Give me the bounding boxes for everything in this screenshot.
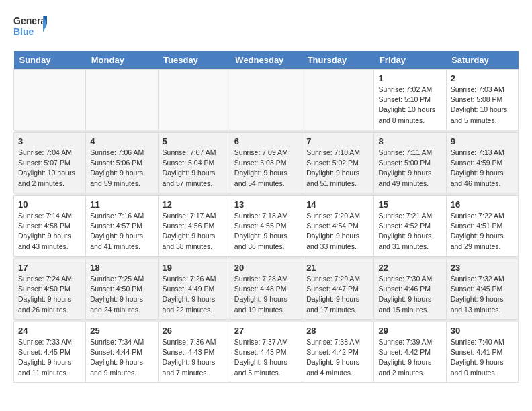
- calendar-cell: 19Sunrise: 7:26 AMSunset: 4:49 PMDayligh…: [158, 259, 230, 320]
- calendar-cell: 4Sunrise: 7:06 AMSunset: 5:06 PMDaylight…: [86, 133, 158, 193]
- calendar-cell: 2Sunrise: 7:03 AMSunset: 5:08 PMDaylight…: [446, 70, 518, 130]
- calendar-cell: 14Sunrise: 7:20 AMSunset: 4:54 PMDayligh…: [302, 196, 374, 257]
- day-number: 8: [378, 136, 441, 146]
- day-info: Sunrise: 7:30 AMSunset: 4:46 PMDaylight:…: [378, 274, 441, 315]
- logo: GeneralBlue: [13, 13, 47, 40]
- calendar-cell: [302, 70, 374, 130]
- calendar-cell: 10Sunrise: 7:14 AMSunset: 4:58 PMDayligh…: [14, 196, 86, 257]
- day-info: Sunrise: 7:26 AMSunset: 4:49 PMDaylight:…: [163, 274, 226, 315]
- day-info: Sunrise: 7:28 AMSunset: 4:48 PMDaylight:…: [234, 274, 298, 315]
- day-info: Sunrise: 7:02 AMSunset: 5:10 PMDaylight:…: [378, 85, 441, 126]
- calendar-cell: 17Sunrise: 7:24 AMSunset: 4:50 PMDayligh…: [14, 259, 86, 320]
- day-info: Sunrise: 7:39 AMSunset: 4:42 PMDaylight:…: [378, 337, 441, 378]
- calendar-cell: 12Sunrise: 7:17 AMSunset: 4:56 PMDayligh…: [158, 196, 230, 257]
- day-info: Sunrise: 7:25 AMSunset: 4:50 PMDaylight:…: [90, 274, 153, 315]
- calendar-cell: 3Sunrise: 7:04 AMSunset: 5:07 PMDaylight…: [14, 133, 86, 193]
- day-info: Sunrise: 7:34 AMSunset: 4:44 PMDaylight:…: [90, 337, 153, 378]
- calendar-cell: 22Sunrise: 7:30 AMSunset: 4:46 PMDayligh…: [374, 259, 446, 320]
- day-info: Sunrise: 7:03 AMSunset: 5:08 PMDaylight:…: [451, 85, 514, 126]
- day-info: Sunrise: 7:33 AMSunset: 4:45 PMDaylight:…: [18, 337, 81, 378]
- calendar-cell: 27Sunrise: 7:37 AMSunset: 4:43 PMDayligh…: [230, 322, 302, 383]
- day-info: Sunrise: 7:24 AMSunset: 4:50 PMDaylight:…: [18, 274, 81, 315]
- day-info: Sunrise: 7:21 AMSunset: 4:52 PMDaylight:…: [378, 211, 441, 252]
- weekday-header: Wednesday: [230, 51, 302, 70]
- calendar-cell: 21Sunrise: 7:29 AMSunset: 4:47 PMDayligh…: [302, 259, 374, 320]
- calendar-week-row: 3Sunrise: 7:04 AMSunset: 5:07 PMDaylight…: [14, 133, 519, 193]
- calendar-cell: 13Sunrise: 7:18 AMSunset: 4:55 PMDayligh…: [230, 196, 302, 257]
- day-info: Sunrise: 7:14 AMSunset: 4:58 PMDaylight:…: [18, 211, 81, 252]
- calendar-cell: [14, 70, 86, 130]
- day-number: 1: [378, 73, 441, 83]
- day-info: Sunrise: 7:22 AMSunset: 4:51 PMDaylight:…: [451, 211, 514, 252]
- calendar-cell: 24Sunrise: 7:33 AMSunset: 4:45 PMDayligh…: [14, 322, 86, 383]
- weekday-header: Sunday: [14, 51, 86, 70]
- day-info: Sunrise: 7:29 AMSunset: 4:47 PMDaylight:…: [306, 274, 369, 315]
- day-info: Sunrise: 7:09 AMSunset: 5:03 PMDaylight:…: [234, 148, 298, 189]
- calendar-cell: 15Sunrise: 7:21 AMSunset: 4:52 PMDayligh…: [374, 196, 446, 257]
- day-number: 19: [163, 263, 226, 273]
- calendar-cell: 8Sunrise: 7:11 AMSunset: 5:00 PMDaylight…: [374, 133, 446, 193]
- day-info: Sunrise: 7:11 AMSunset: 5:00 PMDaylight:…: [378, 148, 441, 189]
- day-number: 26: [163, 326, 226, 336]
- day-number: 7: [306, 136, 369, 146]
- day-info: Sunrise: 7:36 AMSunset: 4:43 PMDaylight:…: [163, 337, 226, 378]
- day-number: 29: [378, 326, 441, 336]
- day-number: 23: [451, 263, 514, 273]
- calendar-week-row: 1Sunrise: 7:02 AMSunset: 5:10 PMDaylight…: [14, 70, 519, 130]
- weekday-header: Friday: [374, 51, 446, 70]
- day-number: 25: [90, 326, 153, 336]
- day-number: 27: [234, 326, 298, 336]
- day-number: 9: [451, 136, 514, 146]
- day-info: Sunrise: 7:16 AMSunset: 4:57 PMDaylight:…: [90, 211, 153, 252]
- day-info: Sunrise: 7:38 AMSunset: 4:42 PMDaylight:…: [306, 337, 369, 378]
- day-number: 21: [306, 263, 369, 273]
- page-header: GeneralBlue: [13, 13, 519, 40]
- calendar-cell: 7Sunrise: 7:10 AMSunset: 5:02 PMDaylight…: [302, 133, 374, 193]
- calendar-week-row: 17Sunrise: 7:24 AMSunset: 4:50 PMDayligh…: [14, 259, 519, 320]
- day-number: 22: [378, 263, 441, 273]
- day-info: Sunrise: 7:37 AMSunset: 4:43 PMDaylight:…: [234, 337, 298, 378]
- calendar-cell: 11Sunrise: 7:16 AMSunset: 4:57 PMDayligh…: [86, 196, 158, 257]
- calendar-cell: [230, 70, 302, 130]
- day-number: 5: [163, 136, 226, 146]
- calendar-cell: 18Sunrise: 7:25 AMSunset: 4:50 PMDayligh…: [86, 259, 158, 320]
- calendar-week-row: 24Sunrise: 7:33 AMSunset: 4:45 PMDayligh…: [14, 322, 519, 383]
- day-info: Sunrise: 7:32 AMSunset: 4:45 PMDaylight:…: [451, 274, 514, 315]
- weekday-header: Thursday: [302, 51, 374, 70]
- day-info: Sunrise: 7:13 AMSunset: 4:59 PMDaylight:…: [451, 148, 514, 189]
- day-info: Sunrise: 7:06 AMSunset: 5:06 PMDaylight:…: [90, 148, 153, 189]
- calendar-cell: 20Sunrise: 7:28 AMSunset: 4:48 PMDayligh…: [230, 259, 302, 320]
- day-number: 14: [306, 199, 369, 210]
- calendar-cell: [158, 70, 230, 130]
- calendar-cell: 23Sunrise: 7:32 AMSunset: 4:45 PMDayligh…: [446, 259, 518, 320]
- day-info: Sunrise: 7:04 AMSunset: 5:07 PMDaylight:…: [18, 148, 81, 189]
- day-number: 24: [18, 326, 81, 336]
- day-number: 13: [234, 199, 298, 210]
- day-number: 10: [18, 199, 81, 210]
- calendar-cell: 28Sunrise: 7:38 AMSunset: 4:42 PMDayligh…: [302, 322, 374, 383]
- day-number: 11: [90, 199, 153, 210]
- calendar-cell: 6Sunrise: 7:09 AMSunset: 5:03 PMDaylight…: [230, 133, 302, 193]
- day-info: Sunrise: 7:20 AMSunset: 4:54 PMDaylight:…: [306, 211, 369, 252]
- day-number: 12: [163, 199, 226, 210]
- day-info: Sunrise: 7:17 AMSunset: 4:56 PMDaylight:…: [163, 211, 226, 252]
- calendar-cell: 16Sunrise: 7:22 AMSunset: 4:51 PMDayligh…: [446, 196, 518, 257]
- calendar-cell: 29Sunrise: 7:39 AMSunset: 4:42 PMDayligh…: [374, 322, 446, 383]
- svg-text:Blue: Blue: [13, 26, 34, 37]
- day-info: Sunrise: 7:40 AMSunset: 4:41 PMDaylight:…: [451, 337, 514, 378]
- calendar-cell: 30Sunrise: 7:40 AMSunset: 4:41 PMDayligh…: [446, 322, 518, 383]
- day-number: 15: [378, 199, 441, 210]
- day-number: 16: [451, 199, 514, 210]
- day-number: 18: [90, 263, 153, 273]
- day-info: Sunrise: 7:07 AMSunset: 5:04 PMDaylight:…: [163, 148, 226, 189]
- day-number: 30: [451, 326, 514, 336]
- calendar-cell: 1Sunrise: 7:02 AMSunset: 5:10 PMDaylight…: [374, 70, 446, 130]
- weekday-header: Tuesday: [158, 51, 230, 70]
- logo-svg: GeneralBlue: [13, 13, 47, 40]
- calendar-cell: 26Sunrise: 7:36 AMSunset: 4:43 PMDayligh…: [158, 322, 230, 383]
- day-number: 4: [90, 136, 153, 146]
- weekday-header: Monday: [86, 51, 158, 70]
- day-info: Sunrise: 7:18 AMSunset: 4:55 PMDaylight:…: [234, 211, 298, 252]
- day-number: 20: [234, 263, 298, 273]
- day-number: 2: [451, 73, 514, 83]
